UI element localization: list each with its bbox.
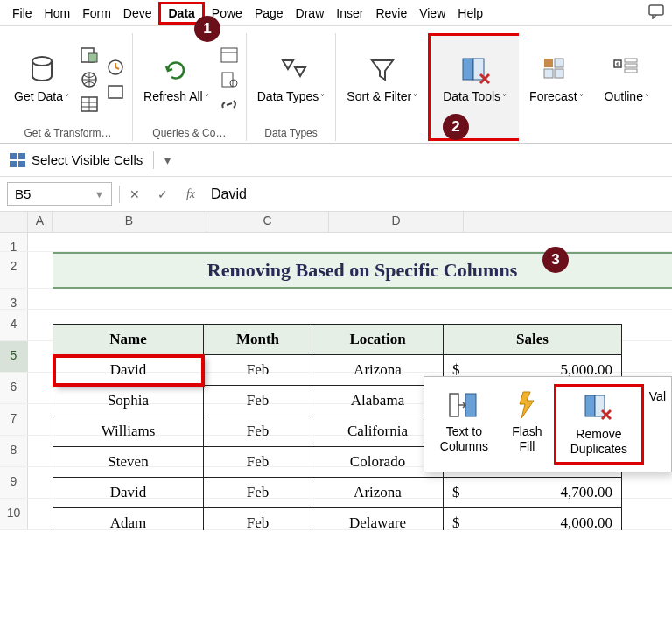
data-types-icon <box>276 54 307 86</box>
col-header-d[interactable]: D <box>329 212 464 232</box>
row-header[interactable]: 1 <box>0 233 28 251</box>
menu-review[interactable]: Revie <box>370 3 412 24</box>
col-header-a[interactable]: A <box>28 212 52 232</box>
from-table-icon[interactable] <box>78 93 101 116</box>
select-visible-cells-button[interactable]: Select Visible Cells <box>9 152 143 168</box>
customize-qat-icon[interactable]: ▾ <box>164 153 171 167</box>
properties-icon[interactable] <box>218 68 241 91</box>
svg-rect-15 <box>544 69 553 78</box>
data-tools-icon <box>459 54 491 86</box>
row-header[interactable]: 8 <box>0 436 28 466</box>
database-icon <box>26 54 58 86</box>
menu-formulas[interactable]: Form <box>77 3 116 24</box>
cell[interactable]: Steven <box>53 447 204 478</box>
cell[interactable]: Delaware <box>312 508 444 531</box>
table-header-location[interactable]: Location <box>312 325 444 355</box>
sort-filter-button[interactable]: Sort & Filter <box>341 51 423 108</box>
connections-icon[interactable] <box>104 80 127 103</box>
cell[interactable]: Feb <box>204 447 312 478</box>
name-box-value: B5 <box>15 186 31 201</box>
menu-help[interactable]: Help <box>452 3 488 24</box>
row-header[interactable]: 4 <box>0 310 28 340</box>
menu-insert[interactable]: Inser <box>331 3 368 24</box>
svg-rect-11 <box>463 59 473 80</box>
col-header-c[interactable]: C <box>206 212 329 232</box>
cell[interactable]: Sophia <box>53 386 204 416</box>
remove-duplicates-button[interactable]: Remove Duplicates <box>554 384 644 465</box>
row-header[interactable]: 9 <box>0 467 28 498</box>
name-box[interactable]: B5 ▼ <box>7 182 112 206</box>
menu-draw[interactable]: Draw <box>290 3 330 24</box>
separator <box>119 186 120 203</box>
cell-selected[interactable]: David <box>53 355 204 386</box>
svg-rect-0 <box>649 5 663 15</box>
fx-icon[interactable]: fx <box>183 187 199 201</box>
menu-view[interactable]: View <box>414 3 451 24</box>
refresh-all-button[interactable]: Refresh All <box>138 51 214 108</box>
funnel-icon <box>367 54 398 86</box>
svg-rect-14 <box>555 59 564 67</box>
get-data-button[interactable]: Get Data <box>9 51 74 108</box>
forecast-button[interactable]: Forecast <box>524 51 588 108</box>
svg-rect-8 <box>221 48 237 62</box>
col-header-b[interactable]: B <box>52 212 206 232</box>
menu-bar: File Hom Form Deve Data Powe Page Draw I… <box>0 0 672 26</box>
queries-icon[interactable] <box>218 44 241 66</box>
recent-sources-icon[interactable] <box>104 56 127 79</box>
row-header[interactable]: 6 <box>0 373 28 403</box>
cell[interactable]: Feb <box>204 508 312 531</box>
ribbon-group-forecast: Forecast <box>519 33 593 141</box>
from-text-icon[interactable] <box>78 44 101 66</box>
outline-button[interactable]: Outline <box>599 51 654 108</box>
cell[interactable]: Feb <box>204 416 312 447</box>
menu-home[interactable]: Hom <box>39 3 76 24</box>
svg-point-10 <box>230 80 237 87</box>
table-header-month[interactable]: Month <box>204 325 312 355</box>
cell[interactable]: $4,700.00 <box>444 478 622 508</box>
get-data-label: Get Data <box>14 89 69 104</box>
row-header[interactable]: 2 <box>0 252 28 288</box>
row-header[interactable]: 7 <box>0 404 28 435</box>
formula-bar-value[interactable]: David <box>211 186 247 202</box>
cell[interactable]: Williams <box>53 416 204 447</box>
cell[interactable]: Arizona <box>312 478 444 508</box>
menu-developer[interactable]: Deve <box>118 3 158 24</box>
table-header-name[interactable]: Name <box>53 325 204 355</box>
comments-icon[interactable] <box>648 4 665 22</box>
sort-filter-label: Sort & Filter <box>346 89 417 104</box>
row-header-selected[interactable]: 5 <box>0 341 28 372</box>
group-label: Data Types <box>264 125 317 141</box>
flash-fill-button[interactable]: Flash Fill <box>504 384 550 465</box>
refresh-icon <box>160 54 192 86</box>
from-web-icon[interactable] <box>78 68 101 91</box>
data-tools-button[interactable]: Data Tools <box>438 51 512 108</box>
refresh-label: Refresh All <box>144 89 209 104</box>
cell[interactable]: Feb <box>204 478 312 508</box>
edit-links-icon[interactable] <box>218 93 241 116</box>
validation-label: Val <box>649 389 666 404</box>
row-header[interactable]: 3 <box>0 289 28 309</box>
select-all-corner[interactable] <box>0 212 28 232</box>
cell[interactable]: $4,000.00 <box>444 508 622 531</box>
spreadsheet-grid[interactable]: 1 2 Removing Based on Specific Columns 3… <box>0 233 672 530</box>
svg-rect-9 <box>222 73 233 87</box>
menu-file[interactable]: File <box>7 3 38 24</box>
table-header-sales[interactable]: Sales <box>444 325 622 355</box>
ribbon-group-queries: Refresh All Queries & Co… <box>133 33 247 141</box>
text-to-columns-button[interactable]: Text to Columns <box>428 384 500 465</box>
cell[interactable]: Feb <box>204 355 312 386</box>
cell[interactable]: Feb <box>204 386 312 416</box>
ribbon: Get Data Get & Transform… Refresh All <box>0 26 672 144</box>
menu-page[interactable]: Page <box>249 3 289 24</box>
cancel-formula-icon[interactable]: ✕ <box>127 187 143 201</box>
forecast-icon <box>541 54 572 86</box>
svg-rect-3 <box>88 53 97 62</box>
row-header[interactable]: 10 <box>0 499 28 529</box>
group-label: Queries & Co… <box>152 125 226 141</box>
data-validation-button[interactable]: Val <box>648 384 668 465</box>
cell[interactable]: Adam <box>53 508 204 531</box>
text-to-columns-icon <box>448 389 480 421</box>
enter-formula-icon[interactable]: ✓ <box>155 187 171 201</box>
cell[interactable]: David <box>53 478 204 508</box>
data-types-button[interactable]: Data Types <box>252 51 331 108</box>
